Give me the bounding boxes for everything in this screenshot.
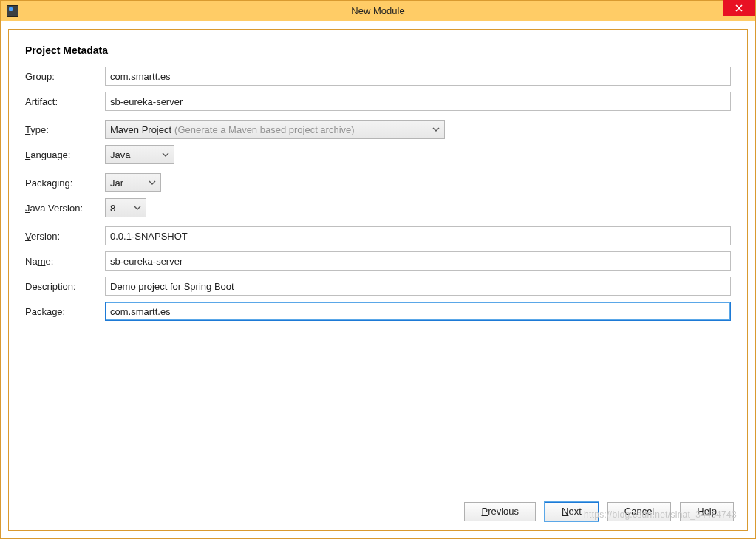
- label-artifact: Artifact:: [25, 96, 105, 107]
- app-icon: [7, 5, 18, 17]
- label-language: Language:: [25, 149, 105, 160]
- content-wrapper: Project Metadata Group: Artifact: Type: …: [1, 21, 755, 538]
- row-group: Group:: [25, 67, 731, 86]
- description-input[interactable]: [105, 277, 731, 296]
- row-language: Language: Java: [25, 145, 731, 164]
- section-title: Project Metadata: [25, 44, 731, 56]
- name-input[interactable]: [105, 251, 731, 271]
- form-area: Project Metadata Group: Artifact: Type: …: [9, 30, 747, 492]
- group-input[interactable]: [105, 67, 731, 86]
- packaging-select[interactable]: Jar: [105, 173, 161, 192]
- row-version: Version:: [25, 226, 731, 245]
- panel: Project Metadata Group: Artifact: Type: …: [8, 29, 748, 531]
- type-select-value: Maven Project: [110, 124, 171, 135]
- language-select-value: Java: [110, 149, 130, 160]
- type-select-hint: (Generate a Maven based project archive): [174, 124, 355, 135]
- label-package: Package:: [25, 306, 105, 317]
- label-name: Name:: [25, 256, 105, 267]
- packaging-select-value: Jar: [110, 177, 123, 189]
- package-input[interactable]: [105, 302, 731, 321]
- type-select[interactable]: Maven Project (Generate a Maven based pr…: [105, 120, 445, 139]
- row-packaging: Packaging: Jar: [25, 173, 731, 192]
- artifact-input[interactable]: [105, 92, 731, 111]
- row-type: Type: Maven Project (Generate a Maven ba…: [25, 120, 731, 139]
- chevron-down-icon: [162, 151, 169, 158]
- close-button[interactable]: [723, 0, 755, 16]
- titlebar: New Module: [1, 1, 755, 21]
- version-input[interactable]: [105, 226, 731, 245]
- row-java-version: Java Version: 8: [25, 198, 731, 217]
- label-group: Group:: [25, 71, 105, 82]
- row-artifact: Artifact:: [25, 92, 731, 111]
- label-type: Type:: [25, 124, 105, 135]
- label-java-version: Java Version:: [25, 203, 105, 214]
- watermark: https://blog.csdn.net/sinat_34454743: [584, 509, 737, 520]
- chevron-down-icon: [149, 179, 156, 186]
- window: New Module Project Metadata Group: Artif…: [0, 0, 756, 539]
- previous-button[interactable]: Previous: [464, 502, 536, 521]
- row-package: Package:: [25, 302, 731, 321]
- chevron-down-icon: [432, 126, 440, 133]
- chevron-down-icon: [134, 204, 141, 211]
- label-description: Description:: [25, 281, 105, 292]
- label-packaging: Packaging:: [25, 177, 105, 189]
- java-version-select[interactable]: 8: [105, 198, 146, 217]
- language-select[interactable]: Java: [105, 145, 174, 164]
- window-title: New Module: [351, 5, 404, 16]
- java-version-select-value: 8: [110, 203, 115, 214]
- label-version: Version:: [25, 231, 105, 242]
- row-description: Description:: [25, 277, 731, 296]
- row-name: Name:: [25, 251, 731, 271]
- close-icon: [735, 4, 743, 13]
